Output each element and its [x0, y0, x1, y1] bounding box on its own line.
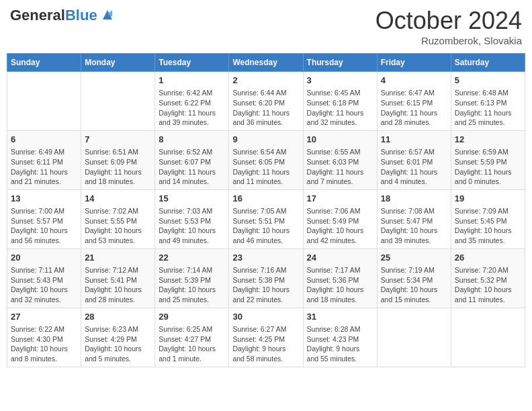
day-info: Sunrise: 6:52 AMSunset: 6:07 PMDaylight:…: [159, 147, 225, 187]
day-info: Sunrise: 7:00 AMSunset: 5:57 PMDaylight:…: [11, 206, 77, 246]
calendar-cell: 10Sunrise: 6:55 AMSunset: 6:03 PMDayligh…: [303, 130, 377, 189]
calendar-week-row: 1Sunrise: 6:42 AMSunset: 6:22 PMDaylight…: [7, 72, 525, 131]
day-of-week-header: Monday: [81, 54, 155, 72]
calendar-cell: [81, 72, 155, 131]
day-number: 1: [159, 75, 225, 87]
month-title: October 2024: [375, 7, 522, 35]
calendar-cell: 1Sunrise: 6:42 AMSunset: 6:22 PMDaylight…: [155, 72, 229, 131]
day-number: 16: [232, 193, 299, 205]
day-number: 4: [381, 75, 447, 87]
calendar-cell: 12Sunrise: 6:59 AMSunset: 5:59 PMDayligh…: [451, 130, 525, 189]
day-number: 6: [11, 134, 77, 146]
day-number: 11: [381, 134, 447, 146]
day-of-week-header: Wednesday: [229, 54, 303, 72]
calendar-header: SundayMondayTuesdayWednesdayThursdayFrid…: [7, 54, 525, 72]
location: Ruzomberok, Slovakia: [375, 35, 522, 46]
calendar-cell: 14Sunrise: 7:02 AMSunset: 5:55 PMDayligh…: [81, 189, 155, 248]
day-number: 5: [455, 75, 521, 87]
day-number: 27: [11, 311, 77, 323]
day-number: 2: [232, 75, 299, 87]
calendar-cell: 9Sunrise: 6:54 AMSunset: 6:05 PMDaylight…: [229, 130, 303, 189]
calendar-cell: 28Sunrise: 6:23 AMSunset: 4:29 PMDayligh…: [81, 308, 155, 367]
calendar-cell: 25Sunrise: 7:19 AMSunset: 5:34 PMDayligh…: [377, 248, 451, 308]
day-info: Sunrise: 7:09 AMSunset: 5:45 PMDaylight:…: [455, 206, 521, 246]
calendar-cell: 15Sunrise: 7:03 AMSunset: 5:53 PMDayligh…: [155, 189, 229, 248]
day-number: 13: [11, 193, 77, 205]
day-info: Sunrise: 7:17 AMSunset: 5:36 PMDaylight:…: [307, 265, 373, 305]
calendar-cell: 16Sunrise: 7:05 AMSunset: 5:51 PMDayligh…: [229, 189, 303, 248]
calendar-cell: 30Sunrise: 6:27 AMSunset: 4:25 PMDayligh…: [229, 308, 303, 367]
logo: GeneralBlue: [10, 7, 115, 24]
calendar-cell: 8Sunrise: 6:52 AMSunset: 6:07 PMDaylight…: [155, 130, 229, 189]
day-info: Sunrise: 6:44 AMSunset: 6:20 PMDaylight:…: [232, 88, 299, 128]
calendar-cell: 23Sunrise: 7:16 AMSunset: 5:38 PMDayligh…: [229, 248, 303, 308]
logo-general: GeneralBlue: [10, 7, 97, 24]
day-info: Sunrise: 6:59 AMSunset: 5:59 PMDaylight:…: [455, 147, 521, 187]
day-number: 12: [455, 134, 521, 146]
calendar-cell: 13Sunrise: 7:00 AMSunset: 5:57 PMDayligh…: [7, 189, 81, 248]
calendar-week-row: 27Sunrise: 6:22 AMSunset: 4:30 PMDayligh…: [7, 308, 525, 367]
calendar-cell: 11Sunrise: 6:57 AMSunset: 6:01 PMDayligh…: [377, 130, 451, 189]
calendar-cell: 24Sunrise: 7:17 AMSunset: 5:36 PMDayligh…: [303, 248, 377, 308]
day-number: 31: [307, 311, 373, 323]
day-info: Sunrise: 6:22 AMSunset: 4:30 PMDaylight:…: [11, 324, 77, 364]
day-info: Sunrise: 6:47 AMSunset: 6:15 PMDaylight:…: [381, 88, 447, 128]
day-info: Sunrise: 7:12 AMSunset: 5:41 PMDaylight:…: [85, 265, 151, 305]
day-number: 24: [307, 252, 373, 264]
calendar-cell: 4Sunrise: 6:47 AMSunset: 6:15 PMDaylight…: [377, 72, 451, 131]
day-number: 9: [232, 134, 299, 146]
day-number: 29: [159, 311, 225, 323]
day-info: Sunrise: 7:11 AMSunset: 5:43 PMDaylight:…: [11, 265, 77, 305]
calendar-cell: 27Sunrise: 6:22 AMSunset: 4:30 PMDayligh…: [7, 308, 81, 367]
day-info: Sunrise: 6:48 AMSunset: 6:13 PMDaylight:…: [455, 88, 521, 128]
day-of-week-header: Saturday: [451, 54, 525, 72]
day-number: 20: [11, 252, 77, 264]
day-number: 25: [381, 252, 447, 264]
calendar-cell: 21Sunrise: 7:12 AMSunset: 5:41 PMDayligh…: [81, 248, 155, 308]
calendar-cell: 18Sunrise: 7:08 AMSunset: 5:47 PMDayligh…: [377, 189, 451, 248]
day-info: Sunrise: 6:49 AMSunset: 6:11 PMDaylight:…: [11, 147, 77, 187]
calendar-cell: 29Sunrise: 6:25 AMSunset: 4:27 PMDayligh…: [155, 308, 229, 367]
day-number: 14: [85, 193, 151, 205]
calendar-cell: [7, 72, 81, 131]
day-of-week-header: Sunday: [7, 54, 81, 72]
day-info: Sunrise: 6:57 AMSunset: 6:01 PMDaylight:…: [381, 147, 447, 187]
calendar-cell: 6Sunrise: 6:49 AMSunset: 6:11 PMDaylight…: [7, 130, 81, 189]
day-info: Sunrise: 6:45 AMSunset: 6:18 PMDaylight:…: [307, 88, 373, 128]
day-number: 23: [232, 252, 299, 264]
calendar-cell: 31Sunrise: 6:28 AMSunset: 4:23 PMDayligh…: [303, 308, 377, 367]
day-info: Sunrise: 7:20 AMSunset: 5:32 PMDaylight:…: [455, 265, 521, 305]
calendar-cell: [451, 308, 525, 367]
day-number: 10: [307, 134, 373, 146]
day-info: Sunrise: 6:23 AMSunset: 4:29 PMDaylight:…: [85, 324, 151, 364]
calendar-cell: 19Sunrise: 7:09 AMSunset: 5:45 PMDayligh…: [451, 189, 525, 248]
day-info: Sunrise: 6:28 AMSunset: 4:23 PMDaylight:…: [307, 324, 373, 364]
calendar-cell: 2Sunrise: 6:44 AMSunset: 6:20 PMDaylight…: [229, 72, 303, 131]
calendar-cell: 3Sunrise: 6:45 AMSunset: 6:18 PMDaylight…: [303, 72, 377, 131]
calendar-week-row: 6Sunrise: 6:49 AMSunset: 6:11 PMDaylight…: [7, 130, 525, 189]
calendar-week-row: 13Sunrise: 7:00 AMSunset: 5:57 PMDayligh…: [7, 189, 525, 248]
calendar-cell: 22Sunrise: 7:14 AMSunset: 5:39 PMDayligh…: [155, 248, 229, 308]
day-number: 8: [159, 134, 225, 146]
day-number: 21: [85, 252, 151, 264]
day-info: Sunrise: 6:51 AMSunset: 6:09 PMDaylight:…: [85, 147, 151, 187]
calendar-table: SundayMondayTuesdayWednesdayThursdayFrid…: [7, 53, 525, 367]
day-number: 19: [455, 193, 521, 205]
day-number: 18: [381, 193, 447, 205]
calendar-cell: 7Sunrise: 6:51 AMSunset: 6:09 PMDaylight…: [81, 130, 155, 189]
day-number: 22: [159, 252, 225, 264]
day-number: 7: [85, 134, 151, 146]
day-info: Sunrise: 7:08 AMSunset: 5:47 PMDaylight:…: [381, 206, 447, 246]
logo-icon: [100, 7, 115, 22]
calendar-cell: 20Sunrise: 7:11 AMSunset: 5:43 PMDayligh…: [7, 248, 81, 308]
calendar-cell: 17Sunrise: 7:06 AMSunset: 5:49 PMDayligh…: [303, 189, 377, 248]
calendar-week-row: 20Sunrise: 7:11 AMSunset: 5:43 PMDayligh…: [7, 248, 525, 308]
day-of-week-header: Tuesday: [155, 54, 229, 72]
day-info: Sunrise: 6:25 AMSunset: 4:27 PMDaylight:…: [159, 324, 225, 364]
calendar-cell: 26Sunrise: 7:20 AMSunset: 5:32 PMDayligh…: [451, 248, 525, 308]
day-info: Sunrise: 6:55 AMSunset: 6:03 PMDaylight:…: [307, 147, 373, 187]
page-header: GeneralBlue October 2024 Ruzomberok, Slo…: [7, 7, 525, 46]
day-number: 30: [232, 311, 299, 323]
day-info: Sunrise: 7:05 AMSunset: 5:51 PMDaylight:…: [232, 206, 299, 246]
title-block: October 2024 Ruzomberok, Slovakia: [375, 7, 522, 46]
